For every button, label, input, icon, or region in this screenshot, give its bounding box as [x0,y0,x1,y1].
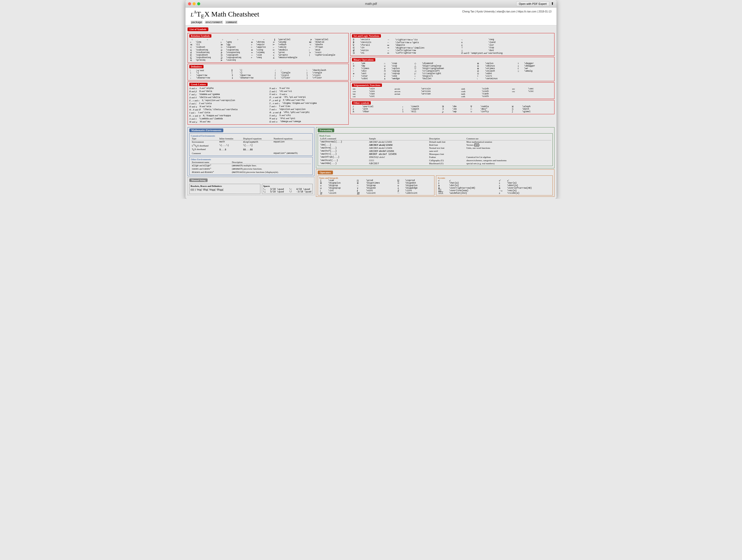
binary-ops-title: Binary Operations [352,58,375,61]
env-panel: Mathematics Environments Canonical Envir… [188,127,314,197]
brackets-title: Brackets, Braces and Delimiters [191,185,259,187]
top-row: Relation Symbols << >> == ∥\parallel ≯\n… [188,33,554,126]
spaces-section: Spaces \, 3/18 \quad \: 4/18 \quad \; 5/… [262,184,313,194]
command-tag: command [225,20,237,24]
relation-symbols-title: Relation Symbols [189,34,211,38]
operators-section: Operators Sums and Integrals ∑\sum ∏\pro… [316,169,554,197]
delimiters-table: || or \mid ‖\| // \\backslash {\{ }\} ⟨\… [189,69,347,79]
relation-symbols-table: << >> == ∥\parallel ≯\nparallel ≤\leq ≥\… [189,38,347,61]
spaces-examples: \, 3/18 \quad \: 4/18 \quad \; 5/18 \qua… [263,188,311,193]
open-with-pdf-expert-button[interactable]: Open with PDF Expert [516,1,549,6]
main-window: math.pdf Open with PDF Expert ⬆ LATEX Ma… [186,0,556,199]
other-symbols-section: Other symbols ∂\partial ı\imath ℜ\Re ∇\n… [350,100,554,114]
sums-integrals-section: Sums and Integrals ∑\sum ∏\prod ∐\coprod… [318,175,434,196]
set-logic-section: Set and Logic Notations ∃\exists →\right… [350,33,554,56]
relation-symbols-section: Relation Symbols << >> == ∥\parallel ≯\n… [188,33,349,63]
accents-table: a'a' a''a'' â\hat{a} ā\bar{a} [437,179,551,195]
math-fonts-subtitle: Math Fonts [319,135,331,137]
manual-sizing-section: Manual Sizing Brackets, Braces and Delim… [188,177,314,195]
manual-sizing-title: Manual Sizing [189,179,208,182]
spaces-title: Spaces [263,185,311,187]
trig-table: sin\sin arcsin\arcsin sinh\sinh sec\sec … [352,88,553,98]
accents-title: Accents [437,177,445,179]
header-info: Cheng Tan | Kyoto University | etan@c-ta… [462,10,551,13]
sums-integrals-table: ∑\sum ∏\prod ∐\coprod ⊕\bigoplus ⊗\bigot… [319,179,433,195]
accents-section: Accents a'a' a''a'' â\hat{a} [436,175,553,196]
format-panel: Formatting Math Fonts LaTeX command Samp… [316,127,554,197]
greek-letters-title: Greek Letters [189,83,208,86]
traffic-lights [188,2,200,5]
delimiters-section: Delimiters || or \mid ‖\| // \\backslash… [188,64,349,81]
set-logic-title: Set and Logic Notations [352,34,381,38]
binary-ops-table: ±\pm ∩\cap ◇\diamond ⊕\oplus †\dagger ∓\… [352,62,553,80]
sums-integrals-title: Sums and Integrals [319,177,338,179]
canonical-envs-subtitle: Canonical Environments [191,135,215,137]
trig-section: Trigonometric Functions sin\sin arcsin\a… [350,82,554,99]
greek-col-right: N and ν N and \nu Ξ and ξ \Xi and \xi O … [269,87,347,123]
close-button[interactable] [188,2,191,5]
window-title: math.pdf [365,2,377,6]
greek-letters-section: Greek Letters A and α A and \alpha B and… [188,82,349,124]
page-content: List of Symbols Relation Symbols << >> =… [186,26,556,199]
trig-title: Trigonometric Functions [352,84,382,87]
set-logic-table: ∃\exists →\rightarrow or \to ¬\neg ∄\nex… [352,38,553,55]
other-symbols-title: Other symbols [352,101,371,105]
share-icon[interactable]: ⬆ [551,2,554,6]
other-symbols-table: ∂\partial ı\imath ℜ\Re ∇\nabla ℵ\aleph ð… [352,105,553,113]
list-of-symbols-title: List of Symbols [188,28,208,31]
formatting-title: Formatting [318,129,334,132]
canonical-envs-table: Type Inline formulas Displayed equations… [191,137,311,155]
left-panel: Relation Symbols << >> == ∥\parallel ≯\n… [188,33,349,126]
binary-ops-section: Binary Operations ±\pm ∩\cap ◇\diamond ⊕… [350,57,554,81]
right-panel: Set and Logic Notations ∃\exists →\right… [350,33,554,126]
page-title: LATEX Math Cheatsheet [191,10,259,20]
environment-tag: environment [205,20,223,24]
title-bar: math.pdf Open with PDF Expert ⬆ [186,0,556,8]
header-subtitle: package environment command [191,21,259,23]
operators-title: Operators [318,170,333,174]
brackets-section: Brackets, Braces and Delimiters (((( ( \… [189,184,260,194]
delimiters-title: Delimiters [189,65,204,68]
greek-col-left: A and α A and \alpha B and β B and \beta… [189,87,267,123]
bottom-row: Mathematics Environments Canonical Envir… [188,127,554,197]
other-envs-table: Environment name Description align and a… [191,161,311,174]
maximize-button[interactable] [197,2,200,5]
other-envs-subtitle: Other Environments [191,158,211,161]
math-fonts-table: LaTeX command Sample Description Common … [319,137,551,165]
minimize-button[interactable] [193,2,196,5]
brackets-example: (((( ( \big( \Big( \bigg( \Bigg( [191,188,259,191]
package-tag: package [191,20,203,24]
math-environments-title: Mathematics Environments [189,129,223,132]
page-header: LATEX Math Cheatsheet package environmen… [186,8,556,26]
